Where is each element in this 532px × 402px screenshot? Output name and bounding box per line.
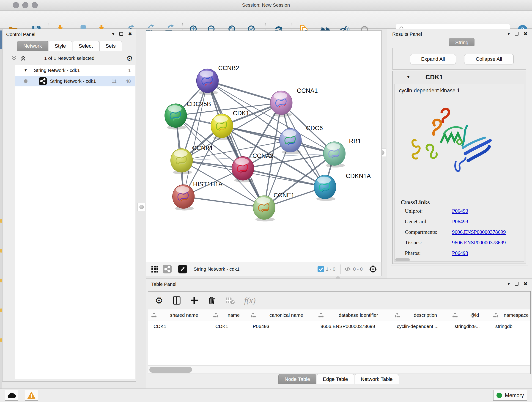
network-tree: ▼ String Network - cdk1 1 String Network… — [15, 65, 135, 379]
panel-float-icon[interactable]: ▾ — [507, 281, 510, 286]
column-header-database-identifier[interactable]: database identifier — [315, 309, 391, 321]
results-panel-title: Results Panel — [392, 32, 422, 37]
table-cell[interactable]: CDK1 — [148, 321, 210, 332]
column-header-namespace[interactable]: namespace — [490, 309, 531, 321]
node-label-CCNE1: CCNE1 — [273, 192, 294, 199]
network-label: String Network - cdk1 — [50, 78, 96, 84]
table-cell[interactable]: stringdb:9... — [449, 321, 490, 332]
left-splitter-handle[interactable] — [138, 203, 146, 211]
cloud-button[interactable] — [5, 390, 18, 401]
network-edge[interactable] — [184, 197, 264, 208]
network-canvas[interactable]: CCNB2CCNA1CDC25BCDK1CDC6RB1CCNB1CCNA2CDK… — [146, 31, 382, 262]
column-header-shared-name[interactable]: shared name — [148, 309, 210, 321]
gear-icon[interactable]: ⚙ — [126, 54, 133, 63]
table-panel: Table Panel ▾ ✖ ⚙ f(x) — [146, 279, 532, 389]
panel-maximize-icon[interactable] — [515, 282, 519, 286]
table-cell[interactable]: stringdb — [490, 321, 531, 332]
selected-checkbox-icon[interactable] — [317, 266, 324, 272]
tab-select[interactable]: Select — [73, 41, 99, 51]
table-hscrollbar[interactable] — [148, 365, 530, 374]
protein-structure-image — [405, 103, 501, 183]
crosslink-value[interactable]: P06493 — [452, 250, 468, 256]
tab-string[interactable]: String — [449, 38, 475, 47]
node-label-CDC6: CDC6 — [306, 125, 323, 132]
panel-float-icon[interactable]: ▾ — [507, 32, 510, 36]
hidden-count-badge: 0 - 0 — [353, 266, 363, 272]
panel-close-icon[interactable]: ✖ — [524, 281, 527, 286]
network-edge[interactable] — [184, 81, 208, 197]
string-view-icon[interactable] — [163, 265, 172, 274]
add-column-icon[interactable] — [190, 296, 198, 305]
tab-sets[interactable]: Sets — [99, 41, 122, 51]
table-cell[interactable]: CDK1 — [210, 321, 247, 332]
panel-close-icon[interactable]: ✖ — [128, 32, 132, 36]
node-label-CCNA2: CCNA2 — [253, 153, 273, 159]
panel-float-icon[interactable]: ▾ — [112, 32, 114, 36]
crosslink-value[interactable]: 9606.ENSP00000378699 — [452, 240, 506, 246]
network-node-CDKN1A[interactable]: CDKN1A — [314, 172, 371, 201]
tab-network[interactable]: Network — [17, 41, 48, 51]
warning-button[interactable] — [25, 390, 38, 401]
birdseye-view-icon[interactable] — [178, 265, 187, 274]
crosslink-row: GeneCard:P06493 — [395, 219, 524, 229]
network-collection-label: String Network - cdk1 — [34, 68, 80, 73]
network-row-selected[interactable]: String Network - cdk1 11 48 — [15, 76, 135, 86]
panel-maximize-icon[interactable] — [515, 32, 519, 36]
network-node-RB1[interactable]: RB1 — [323, 138, 361, 167]
status-bar: Memory — [0, 389, 532, 402]
crosslink-value[interactable]: P06493 — [452, 208, 468, 214]
crosslinks-title: CrossLinks — [401, 199, 430, 206]
table-panel-title: Table Panel — [151, 281, 177, 287]
gene-name: CDK1 — [425, 74, 443, 81]
collapse-all-button[interactable]: Collapse All — [464, 54, 514, 64]
panel-maximize-icon[interactable] — [119, 32, 123, 36]
background-app-sliver — [0, 29, 2, 389]
tab-network-table[interactable]: Network Table — [355, 374, 399, 384]
table-hscrollbar-thumb[interactable] — [149, 367, 192, 373]
memory-label: Memory — [505, 392, 524, 399]
column-header-description[interactable]: description — [391, 309, 449, 321]
column-header--id[interactable]: @id — [449, 309, 490, 321]
network-edge[interactable] — [207, 81, 264, 208]
network-node-CCNA1[interactable]: CCNA1 — [270, 87, 318, 117]
string-results-container: Expand All Collapse All ▼ CDK1 cyclin-de… — [391, 46, 528, 265]
table-toolbar: ⚙ f(x) — [148, 292, 530, 309]
table-cell[interactable]: cyclin-dependent ... — [391, 321, 449, 332]
crosshair-icon[interactable] — [368, 264, 378, 274]
control-panel-tabs: NetworkStyleSelectSets — [17, 41, 122, 51]
crosslink-row: Compartments:9606.ENSP00000378699 — [395, 229, 524, 240]
delete-table-icon — [225, 296, 235, 305]
memory-button[interactable]: Memory — [493, 390, 527, 401]
tree-expand-icon[interactable]: ▼ — [24, 68, 27, 72]
column-header-canonical-name[interactable]: canonical name — [247, 309, 315, 321]
network-node-HIST1H1A[interactable]: HIST1H1A — [172, 181, 223, 211]
tab-style[interactable]: Style — [49, 41, 72, 51]
crosslink-value[interactable]: 9606.ENSP00000378699 — [452, 229, 506, 235]
entry-collapse-icon[interactable]: ▼ — [406, 75, 410, 80]
tab-edge-table[interactable]: Edge Table — [317, 374, 354, 384]
results-panel: Results Panel ▾ ✖ String Expand All Coll… — [387, 29, 532, 279]
delete-column-icon[interactable] — [208, 296, 216, 305]
network-selection-status: 1 of 1 Network selected — [2, 56, 136, 61]
crosslink-row: Uniprot:P06493 — [395, 208, 524, 219]
expand-all-button[interactable]: Expand All — [410, 54, 456, 64]
window-title: Session: New Session — [0, 2, 532, 8]
panel-close-icon[interactable]: ✖ — [524, 32, 527, 36]
results-hscrollbar[interactable] — [395, 258, 410, 261]
crosslink-row: Tissues:9606.ENSP00000378699 — [395, 240, 524, 250]
tab-node-table[interactable]: Node Table — [278, 374, 316, 384]
table-gear-icon[interactable]: ⚙ — [155, 295, 163, 306]
column-header-name[interactable]: name — [210, 309, 247, 321]
network-collection-row[interactable]: ▼ String Network - cdk1 1 — [15, 65, 135, 76]
table-row[interactable]: CDK1CDK1P064939606.ENSP00000378699cyclin… — [148, 321, 530, 332]
node-label-CCNB1: CCNB1 — [192, 145, 213, 152]
network-node-CCNB2[interactable]: CCNB2 — [196, 65, 239, 95]
show-columns-icon[interactable] — [172, 296, 181, 305]
crosslink-row: Pharos:P06493 — [395, 250, 524, 261]
main-toolbar: ? — [0, 11, 532, 29]
crosslink-value[interactable]: P06493 — [452, 219, 468, 225]
grid-view-icon[interactable] — [151, 265, 159, 273]
table-cell[interactable]: P06493 — [247, 321, 315, 332]
network-edge[interactable] — [207, 81, 281, 103]
table-cell[interactable]: 9606.ENSP00000378699 — [315, 321, 391, 332]
